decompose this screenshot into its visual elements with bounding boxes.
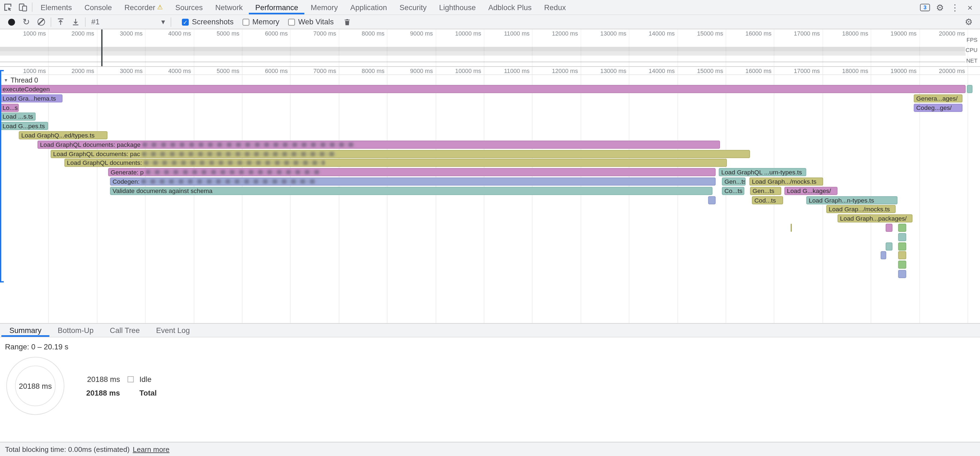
- flame-bar[interactable]: Load GraphQL documents: pac: [51, 150, 750, 158]
- close-devtools-icon[interactable]: ×: [963, 0, 978, 15]
- flame-bar[interactable]: Load Grap.../mocks.ts: [826, 205, 896, 213]
- flame-bar[interactable]: [886, 242, 892, 250]
- timeline-overview[interactable]: FPS CPU NET 1000 ms2000 ms3000 ms4000 ms…: [0, 29, 980, 67]
- capture-settings-button[interactable]: ⚙: [961, 15, 976, 29]
- flame-bar[interactable]: Lo...s: [0, 103, 19, 111]
- performance-toolbar: ↻ #1 ▾ ✓ Screenshots Memory: [0, 15, 980, 30]
- tab-recorder[interactable]: Recorder⚠: [118, 0, 169, 14]
- flame-bar[interactable]: [898, 270, 907, 278]
- tab-application[interactable]: Application: [344, 0, 393, 14]
- idle-swatch[interactable]: [127, 376, 134, 383]
- flame-bar[interactable]: Load Graph...n-types.ts: [807, 196, 898, 204]
- flame-bar[interactable]: [967, 85, 973, 93]
- summary-legend-row: 20188 msTotal: [85, 386, 157, 400]
- flame-bar[interactable]: Load GraphQ...ed/types.ts: [19, 131, 108, 140]
- flame-bar[interactable]: Load Graph.../mocks.ts: [749, 178, 823, 186]
- overview-tick-label: 13000 ms: [583, 30, 627, 37]
- detail-tab-summary[interactable]: Summary: [2, 324, 50, 337]
- issues-counter-icon[interactable]: 3: [917, 0, 932, 15]
- detail-tab-call-tree[interactable]: Call Tree: [102, 324, 148, 337]
- screenshots-label: Screenshots: [192, 17, 234, 26]
- flame-bar[interactable]: [886, 224, 892, 232]
- flame-bar[interactable]: [898, 261, 907, 269]
- tab-network[interactable]: Network: [209, 0, 249, 14]
- tab-lighthouse[interactable]: Lighthouse: [433, 0, 482, 14]
- memory-checkbox[interactable]: [242, 18, 249, 25]
- flame-bar[interactable]: Load Gra...hema.ts: [0, 94, 63, 103]
- flame-bar[interactable]: Load G...kages/: [784, 187, 838, 195]
- divider: [85, 17, 86, 27]
- flame-bar[interactable]: Codegen:: [110, 178, 716, 186]
- flame-bar[interactable]: Gen...ts: [750, 187, 781, 195]
- tab-security[interactable]: Security: [393, 0, 433, 14]
- overview-gridline: [145, 29, 146, 66]
- overview-tick-label: 17000 ms: [776, 30, 820, 37]
- lane-label-cpu: CPU: [965, 47, 978, 53]
- save-profile-button[interactable]: [68, 15, 83, 29]
- tab-memory[interactable]: Memory: [304, 0, 344, 14]
- flame-bar[interactable]: Gen...ts: [722, 178, 746, 186]
- flame-bar[interactable]: [898, 233, 907, 241]
- more-options-icon[interactable]: ⋮: [947, 0, 963, 15]
- inspect-element-icon[interactable]: [0, 0, 15, 15]
- webvitals-checkbox[interactable]: [288, 18, 295, 25]
- reload-icon: ↻: [23, 17, 30, 26]
- detail-tab-event-log[interactable]: Event Log: [148, 324, 198, 337]
- reload-and-record-button[interactable]: ↻: [19, 15, 34, 29]
- learn-more-link[interactable]: Learn more: [133, 446, 170, 453]
- screenshots-checkbox-group: ✓ Screenshots: [182, 17, 234, 26]
- legend-value: 20188 ms: [85, 375, 120, 384]
- settings-gear-icon[interactable]: ⚙: [932, 0, 947, 15]
- detail-tab-label: Summary: [9, 326, 41, 335]
- tab-label: Security: [399, 3, 426, 11]
- summary-legend: 20188 msIdle20188 msTotal: [85, 372, 157, 400]
- flame-bar[interactable]: Cod...ts: [752, 196, 783, 204]
- tab-adblock-plus[interactable]: Adblock Plus: [482, 0, 538, 14]
- flame-bar[interactable]: Co...ts: [722, 187, 744, 195]
- selection-bracket: [0, 70, 2, 283]
- flame-bar[interactable]: Validate documents against schema: [110, 187, 712, 195]
- tab-label: Lighthouse: [439, 3, 476, 11]
- flame-bar[interactable]: Load G...pes.ts: [0, 122, 48, 130]
- tab-performance[interactable]: Performance: [249, 0, 305, 14]
- flame-bar[interactable]: [898, 242, 907, 250]
- flame-bar[interactable]: executeCodegen: [0, 85, 966, 93]
- detail-tab-bottom-up[interactable]: Bottom-Up: [49, 324, 102, 337]
- flame-bar[interactable]: Load GraphQL ...urn-types.ts: [719, 168, 807, 176]
- redacted-text: [142, 180, 317, 184]
- tab-console[interactable]: Console: [78, 0, 118, 14]
- flame-bar[interactable]: Load GraphQL documents:: [64, 159, 727, 167]
- overview-tick-label: 18000 ms: [824, 30, 868, 37]
- overview-tick-label: 7000 ms: [292, 30, 336, 37]
- flame-bar[interactable]: [881, 251, 886, 260]
- flame-bar[interactable]: Load GraphQL documents: package: [37, 140, 720, 149]
- load-profile-button[interactable]: [53, 15, 68, 29]
- flame-bar[interactable]: Codeg...ges/: [914, 103, 963, 111]
- flame-bar[interactable]: Load ...s.ts: [0, 113, 35, 121]
- flame-bar[interactable]: Generate: p: [108, 168, 716, 176]
- record-button[interactable]: [4, 15, 19, 29]
- overview-tick-label: 8000 ms: [341, 30, 385, 37]
- tab-elements[interactable]: Elements: [35, 0, 78, 14]
- flame-bar[interactable]: [791, 224, 792, 232]
- overview-tick-label: 12000 ms: [534, 30, 578, 37]
- tab-sources[interactable]: Sources: [169, 0, 209, 14]
- flame-bar[interactable]: Load Graph...packages/: [838, 214, 912, 222]
- device-toolbar-icon[interactable]: [15, 0, 30, 15]
- screenshots-checkbox[interactable]: ✓: [182, 18, 189, 25]
- capture-history-select[interactable]: #1 ▾: [88, 17, 169, 26]
- trash-icon: [344, 18, 352, 26]
- overview-gridline: [629, 29, 630, 66]
- redacted-text: [142, 151, 336, 156]
- flame-bar[interactable]: [898, 224, 907, 232]
- tab-redux[interactable]: Redux: [538, 0, 572, 14]
- tab-label: Performance: [255, 3, 298, 11]
- flame-bar[interactable]: [708, 196, 716, 204]
- flame-chart[interactable]: 1000 ms2000 ms3000 ms4000 ms5000 ms6000 …: [0, 67, 980, 323]
- flame-bar[interactable]: Genera...ages/: [914, 94, 963, 103]
- status-bar: Total blocking time: 0.00ms (estimated) …: [0, 442, 980, 456]
- flame-bar[interactable]: [898, 251, 907, 260]
- legend-label: Idle: [140, 375, 151, 384]
- clear-button[interactable]: [33, 15, 49, 29]
- gc-trash-button[interactable]: [340, 15, 355, 29]
